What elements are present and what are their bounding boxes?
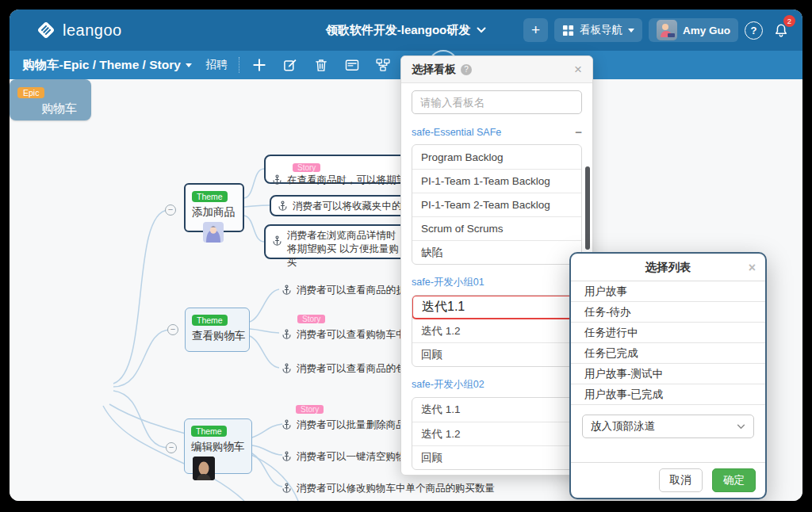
board-item[interactable]: 缺陷 <box>412 240 581 264</box>
notifications-button[interactable]: 2 <box>769 18 793 42</box>
card-view-icon[interactable] <box>344 57 360 73</box>
view-title-dropdown[interactable]: 购物车-Epic / Theme / Story <box>22 57 192 74</box>
theme-badge: Theme <box>192 315 228 326</box>
select-list-dialog: 选择列表 × 用户故事 任务-待办 任务进行中 任务已完成 用户故事-测试中 用… <box>569 252 767 499</box>
select-board-dialog: 选择看板 ? × safe-Essential SAFe − Program B… <box>400 55 593 476</box>
add-board-button[interactable]: + <box>523 18 548 42</box>
list-item[interactable]: 任务已完成 <box>571 343 765 364</box>
chevron-down-icon <box>737 424 745 430</box>
confirm-button[interactable]: 确定 <box>712 468 756 492</box>
anchor-icon <box>272 235 282 246</box>
view-title-text: 购物车-Epic / Theme / Story <box>22 57 181 74</box>
story-node[interactable]: Story 在查看商品时，可以将期望购买的商品 <box>264 155 410 184</box>
theme-label: 查看购物车 <box>192 329 243 343</box>
board-list: Program Backlog PI-1-Team 1-Team Backlog… <box>412 144 582 265</box>
edit-icon[interactable] <box>282 57 298 73</box>
add-node-icon[interactable] <box>251 57 267 73</box>
help-button[interactable]: ? <box>745 21 763 40</box>
topbar-actions: + 看板导航 <box>523 10 793 51</box>
avatar <box>193 457 215 480</box>
anchor-icon <box>282 363 292 373</box>
caret-down-icon <box>186 63 192 67</box>
list-item[interactable]: 用户故事-已完成 <box>571 384 765 405</box>
story-text: 消费者在浏览商品详情时将期望购买 以方便批量购买 <box>287 229 404 269</box>
mindmap-structure-icon[interactable] <box>375 57 391 73</box>
logo-text: leangoo <box>63 21 122 40</box>
search-input[interactable] <box>412 90 582 114</box>
avatar <box>657 20 677 40</box>
story-text: 消费者可以批量删除商品 <box>297 418 406 432</box>
board-title-text: 领歌软件开发-leangoo研发 <box>326 23 471 38</box>
cancel-button[interactable]: 取消 <box>659 468 703 492</box>
board-item[interactable]: 迭代 1.2 <box>412 319 581 342</box>
dialog-body: safe-Essential SAFe − Program Backlog PI… <box>401 83 592 476</box>
story-node[interactable]: 消费者可以将收藏夹中的商品批量加入 <box>270 195 411 216</box>
board-item[interactable]: 回顾 <box>412 342 581 366</box>
list-item[interactable]: 用户故事 <box>571 281 765 302</box>
plus-icon: + <box>531 22 540 37</box>
collapse-handle[interactable]: − <box>166 442 177 453</box>
collapse-handle[interactable]: − <box>167 324 178 335</box>
help-icon[interactable]: ? <box>461 64 472 75</box>
grid-icon <box>562 25 574 36</box>
caret-down-icon <box>628 29 634 32</box>
theme-label: 编辑购物车 <box>191 440 245 454</box>
board-item[interactable]: PI-1-Team 2-Team Backlog <box>412 193 581 216</box>
anchor-icon <box>282 329 292 339</box>
story-text: 消费者可以修改购物车中单个商品的购买数量 <box>297 482 495 495</box>
story-node[interactable]: 消费者在浏览商品详情时将期望购买 以方便批量购买 <box>264 224 412 259</box>
theme-node-edit-cart[interactable]: Theme 编辑购物车 <box>184 418 252 474</box>
story-badge: Story <box>293 163 320 172</box>
dialog-footer: 取消 确定 <box>571 462 765 498</box>
theme-node-add-product[interactable]: Theme 添加商品 <box>184 183 244 232</box>
board-group-header[interactable]: safe-开发小组01 <box>412 276 582 289</box>
leangoo-logo[interactable]: leangoo <box>36 20 122 40</box>
leangoo-logo-icon <box>36 20 56 40</box>
anchor-icon <box>282 419 292 430</box>
avatar <box>203 222 224 243</box>
story-badge: Story <box>297 315 325 323</box>
toolbar-divider <box>239 57 239 73</box>
board-nav-label: 看板导航 <box>580 23 622 37</box>
anchor-icon <box>278 201 288 211</box>
collapse-handle[interactable]: − <box>165 204 176 216</box>
dialog-header: 选择列表 × <box>571 254 765 281</box>
dialog-title: 选择看板 <box>412 63 456 77</box>
story-node[interactable]: 消费者可以修改购物车中单个商品的购买数量 <box>282 482 495 495</box>
anchor-icon <box>282 483 292 493</box>
chevron-down-icon <box>477 27 486 33</box>
theme-node-view-cart[interactable]: Theme 查看购物车 <box>185 308 250 352</box>
swimlane-selected-value: 放入顶部泳道 <box>591 419 655 434</box>
anchor-icon <box>272 174 282 185</box>
list-item[interactable]: 任务进行中 <box>571 323 765 343</box>
theme-label: 添加商品 <box>192 205 236 220</box>
dialog-title: 选择列表 <box>645 261 691 273</box>
scrollbar-thumb[interactable] <box>585 166 590 250</box>
collapse-icon[interactable]: − <box>575 125 582 139</box>
board-item[interactable]: Program Backlog <box>412 145 581 169</box>
list-item[interactable]: 任务-待办 <box>571 302 765 323</box>
trash-icon[interactable] <box>313 57 329 73</box>
swimlane-select[interactable]: 放入顶部泳道 <box>582 415 754 438</box>
board-item[interactable]: 迭代 1.2 <box>412 422 581 445</box>
list-item[interactable]: 用户故事-测试中 <box>571 364 765 384</box>
anchor-icon <box>282 451 292 461</box>
board-item[interactable]: Scrum of Scrums <box>412 216 581 240</box>
dialog-header: 选择看板 ? × <box>401 56 592 83</box>
close-icon[interactable]: × <box>749 254 756 281</box>
user-name: Amy Guo <box>683 25 730 36</box>
app-window: leangoo 领歌软件开发-leangoo研发 + 看板导航 <box>10 10 802 501</box>
help-icon: ? <box>751 25 757 36</box>
board-nav-button[interactable]: 看板导航 <box>554 18 642 42</box>
board-item-selected[interactable]: 迭代1.1 <box>412 295 582 319</box>
close-icon[interactable]: × <box>574 63 582 76</box>
board-item[interactable]: 迭代 1.1 <box>412 398 581 422</box>
board-item[interactable]: 回顾 <box>412 445 581 469</box>
story-text: 消费者可以一键清空购物车 <box>297 450 416 464</box>
user-menu[interactable]: Amy Guo <box>649 18 738 42</box>
member-tag[interactable]: 招聘 <box>206 58 228 72</box>
story-node[interactable]: 消费者可以一键清空购物车 <box>282 450 416 464</box>
board-item[interactable]: PI-1-Team 1-Team Backlog <box>412 169 581 193</box>
board-group-header[interactable]: safe-Essential SAFe − <box>412 125 582 139</box>
board-group-header[interactable]: safe-开发小组02 <box>412 378 582 392</box>
